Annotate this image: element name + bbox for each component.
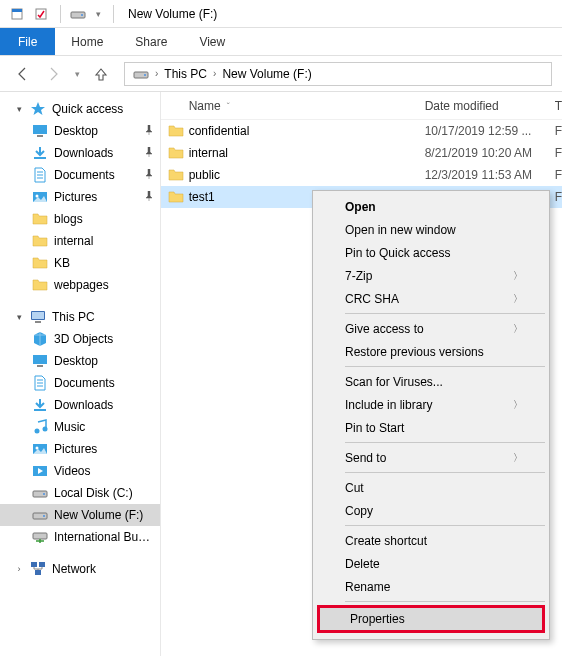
- file-row[interactable]: public12/3/2019 11:53 AMF: [161, 164, 562, 186]
- svg-rect-15: [33, 355, 47, 364]
- expand-icon[interactable]: ▾: [14, 312, 24, 322]
- tree-label: International Busine: [54, 530, 154, 544]
- pictures-icon: [32, 441, 48, 457]
- tree-label: blogs: [54, 212, 154, 226]
- menu-item-label: 7-Zip: [345, 269, 372, 283]
- sidebar-qa-item[interactable]: blogs: [0, 208, 160, 230]
- context-menu-item[interactable]: Restore previous versions: [315, 340, 547, 363]
- breadcrumb-root-icon[interactable]: [129, 66, 153, 82]
- expand-icon[interactable]: ▾: [14, 104, 24, 114]
- context-menu-item[interactable]: 7-Zip〉: [315, 264, 547, 287]
- videos-icon: [32, 463, 48, 479]
- nav-forward-button[interactable]: [40, 61, 66, 87]
- nav-up-button[interactable]: [88, 61, 114, 87]
- breadcrumb-segment-volume[interactable]: New Volume (F:): [218, 67, 315, 81]
- tree-quick-access[interactable]: ▾ Quick access: [0, 98, 160, 120]
- ribbon-tab-share[interactable]: Share: [119, 28, 183, 55]
- column-header-date[interactable]: Date modified: [425, 99, 549, 113]
- sidebar-qa-item[interactable]: Documents: [0, 164, 160, 186]
- svg-point-26: [43, 515, 45, 517]
- tree-label: Videos: [54, 464, 154, 478]
- nav-back-button[interactable]: [10, 61, 36, 87]
- folder-icon: [32, 255, 48, 271]
- qat-menu-button[interactable]: [6, 3, 28, 25]
- tree-label: Downloads: [54, 398, 154, 412]
- context-menu-item[interactable]: Create shortcut: [315, 529, 547, 552]
- tree-label: Documents: [54, 376, 154, 390]
- ribbon-tab-view[interactable]: View: [183, 28, 241, 55]
- context-menu-item[interactable]: Delete: [315, 552, 547, 575]
- ribbon-tab-home[interactable]: Home: [55, 28, 119, 55]
- sidebar-pc-item[interactable]: 3D Objects: [0, 328, 160, 350]
- context-menu-item[interactable]: Open in new window: [315, 218, 547, 241]
- tree-label: 3D Objects: [54, 332, 154, 346]
- sidebar-pc-item[interactable]: Documents: [0, 372, 160, 394]
- sidebar-pc-item[interactable]: Music: [0, 416, 160, 438]
- menu-item-label: Copy: [345, 504, 373, 518]
- tree-label: Quick access: [52, 102, 154, 116]
- menu-item-label: Include in library: [345, 398, 432, 412]
- context-menu-item[interactable]: Give access to〉: [315, 317, 547, 340]
- sidebar-qa-item[interactable]: Pictures: [0, 186, 160, 208]
- context-menu-item[interactable]: Open: [315, 195, 547, 218]
- context-menu-item[interactable]: Copy: [315, 499, 547, 522]
- menu-item-label: Give access to: [345, 322, 424, 336]
- chevron-right-icon: ›: [213, 68, 216, 79]
- tree-label: Downloads: [54, 146, 138, 160]
- qat-properties-button[interactable]: [30, 3, 52, 25]
- column-header-name[interactable]: Nameˇ: [189, 99, 419, 113]
- netdrive-icon: [32, 529, 48, 545]
- sidebar-qa-item[interactable]: Desktop: [0, 120, 160, 142]
- svg-rect-13: [32, 312, 44, 319]
- context-menu-item[interactable]: Send to〉: [315, 446, 547, 469]
- context-menu-item[interactable]: Include in library〉: [315, 393, 547, 416]
- sidebar-pc-item[interactable]: International Busine: [0, 526, 160, 548]
- folder-icon: [167, 122, 185, 140]
- tree-label: Music: [54, 420, 154, 434]
- sidebar-qa-item[interactable]: internal: [0, 230, 160, 252]
- window-title: New Volume (F:): [128, 7, 217, 21]
- file-name: confidential: [189, 124, 419, 138]
- context-menu-item[interactable]: Scan for Viruses...: [315, 370, 547, 393]
- ribbon-tab-file[interactable]: File: [0, 28, 55, 55]
- sidebar-pc-item[interactable]: Videos: [0, 460, 160, 482]
- svg-point-4: [81, 14, 83, 16]
- 3d-icon: [32, 331, 48, 347]
- tree-this-pc[interactable]: ▾ This PC: [0, 306, 160, 328]
- breadcrumb[interactable]: › This PC › New Volume (F:): [124, 62, 552, 86]
- sidebar-pc-item[interactable]: Local Disk (C:): [0, 482, 160, 504]
- context-menu-item[interactable]: Rename: [315, 575, 547, 598]
- menu-item-label: Create shortcut: [345, 534, 427, 548]
- sidebar-qa-item[interactable]: KB: [0, 252, 160, 274]
- file-row[interactable]: confidential10/17/2019 12:59 ...F: [161, 120, 562, 142]
- submenu-arrow-icon: 〉: [513, 269, 523, 283]
- sidebar-qa-item[interactable]: webpages: [0, 274, 160, 296]
- document-icon: [32, 167, 48, 183]
- context-menu: OpenOpen in new windowPin to Quick acces…: [312, 190, 550, 640]
- nav-history-button[interactable]: ▾: [70, 61, 84, 87]
- sidebar-pc-item[interactable]: Downloads: [0, 394, 160, 416]
- breadcrumb-label: New Volume (F:): [222, 67, 311, 81]
- tree-network[interactable]: › Network: [0, 558, 160, 580]
- sidebar-qa-item[interactable]: Downloads: [0, 142, 160, 164]
- tree-label: Desktop: [54, 354, 154, 368]
- context-menu-item[interactable]: Cut: [315, 476, 547, 499]
- sidebar-pc-item[interactable]: Pictures: [0, 438, 160, 460]
- svg-point-6: [144, 74, 146, 76]
- expand-icon[interactable]: ›: [14, 564, 24, 574]
- sidebar-pc-item[interactable]: New Volume (F:): [0, 504, 160, 526]
- tree-label: Local Disk (C:): [54, 486, 154, 500]
- menu-separator: [345, 442, 545, 443]
- svg-rect-28: [31, 562, 37, 567]
- svg-point-19: [43, 427, 48, 432]
- titlebar-chevron[interactable]: ▾: [91, 3, 105, 25]
- file-row[interactable]: internal8/21/2019 10:20 AMF: [161, 142, 562, 164]
- context-menu-item[interactable]: Properties: [317, 605, 545, 633]
- submenu-arrow-icon: 〉: [513, 322, 523, 336]
- context-menu-item[interactable]: CRC SHA〉: [315, 287, 547, 310]
- sidebar-pc-item[interactable]: Desktop: [0, 350, 160, 372]
- column-header-type[interactable]: T: [555, 99, 562, 113]
- context-menu-item[interactable]: Pin to Quick access: [315, 241, 547, 264]
- breadcrumb-segment-thispc[interactable]: This PC: [160, 67, 211, 81]
- context-menu-item[interactable]: Pin to Start: [315, 416, 547, 439]
